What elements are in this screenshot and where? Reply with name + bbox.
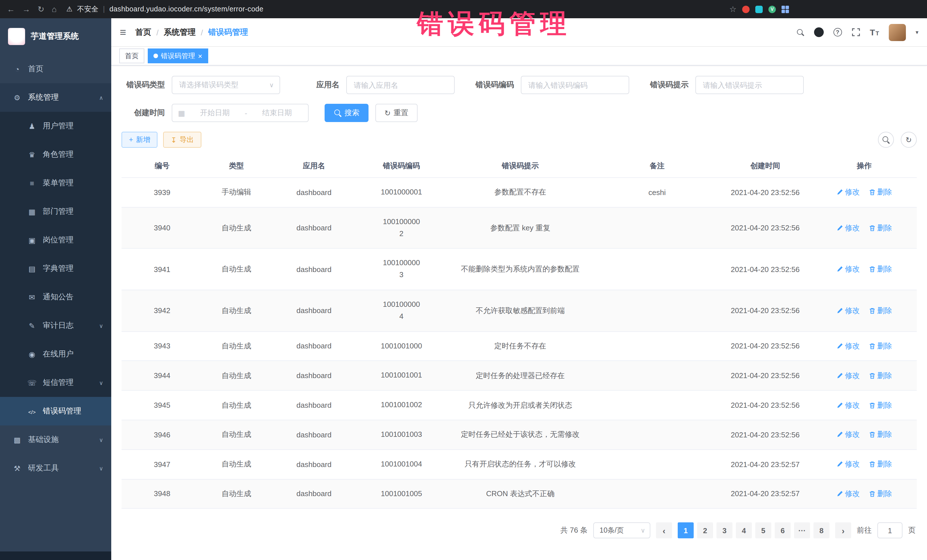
sidebar-item[interactable]: 基础设施 <box>0 425 111 454</box>
browser-back-icon[interactable]: ← <box>7 5 15 14</box>
vue-devtools-extension-icon[interactable]: V <box>768 5 776 13</box>
error-type-select[interactable]: 请选择错误码类型 ∨ <box>172 76 280 94</box>
notice-icon <box>26 293 38 301</box>
sidebar-item[interactable]: 菜单管理 <box>0 169 111 197</box>
table-row: 3946 自动生成 dashboard 1001001003 定时任务已经处于该… <box>122 420 917 450</box>
sidebar-item[interactable]: 字典管理 <box>0 254 111 283</box>
app-name-input[interactable] <box>346 76 454 94</box>
github-icon[interactable] <box>814 27 824 37</box>
page-button[interactable]: 8 <box>813 523 830 539</box>
view-tab[interactable]: 错误码管理 × <box>148 49 208 63</box>
view-tab[interactable]: 首页 × <box>119 49 144 63</box>
page-button[interactable]: 2 <box>697 523 713 539</box>
delete-button[interactable]: 删除 <box>869 264 892 274</box>
fullscreen-icon[interactable] <box>851 28 860 36</box>
page-button[interactable]: 1 <box>678 523 694 539</box>
reset-button[interactable]: ↻ 重置 <box>375 104 418 122</box>
hamburger-icon[interactable]: ≡ <box>120 26 126 38</box>
edit-button[interactable]: 修改 <box>836 223 860 233</box>
help-icon[interactable]: ? <box>833 28 842 36</box>
sidebar-item[interactable]: 审计日志 <box>0 311 111 340</box>
next-page-button[interactable]: › <box>835 523 851 539</box>
table-body: 3939 手动编辑 dashboard 1001000001 参数配置不存在 c… <box>122 178 917 509</box>
breadcrumb-item-system[interactable]: 系统管理 <box>164 27 196 37</box>
sidebar-item[interactable]: 角色管理 <box>0 140 111 169</box>
delete-button[interactable]: 删除 <box>869 400 892 410</box>
delete-label: 删除 <box>877 306 892 316</box>
edit-button[interactable]: 修改 <box>836 430 860 440</box>
browser-reload-icon[interactable]: ↻ <box>38 5 44 14</box>
breadcrumb-item-home[interactable]: 首页 <box>135 27 151 37</box>
edit-button[interactable]: 修改 <box>836 341 860 351</box>
tab-close-icon[interactable]: × <box>198 52 202 59</box>
delete-button[interactable]: 删除 <box>869 459 892 469</box>
delete-label: 删除 <box>877 400 892 410</box>
page-size-select[interactable]: 10条/页 ∨ <box>593 523 650 539</box>
edit-button[interactable]: 修改 <box>836 459 860 469</box>
search-button[interactable]: 搜索 <box>325 104 369 122</box>
delete-button[interactable]: 删除 <box>869 371 892 381</box>
sidebar-item[interactable]: 岗位管理 <box>0 226 111 254</box>
date-range-picker[interactable]: ▦ 开始日期 - 结束日期 <box>172 104 308 122</box>
pagination: 共 76 条 10条/页 ∨ ‹ 1 2 3 <box>122 509 917 539</box>
add-button[interactable]: + 新增 <box>122 132 158 148</box>
edit-button[interactable]: 修改 <box>836 371 860 381</box>
sidebar-item[interactable]: 在线用户 <box>0 340 111 369</box>
sidebar-item[interactable]: 部门管理 <box>0 197 111 226</box>
page-content: 错误码类型 请选择错误码类型 ∨ 应用名 错误码编码 <box>111 65 927 560</box>
sidebar-item[interactable]: 用户管理 <box>0 112 111 140</box>
delete-button[interactable]: 删除 <box>869 306 892 316</box>
address-bar[interactable]: ⚠ 不安全 | dashboard.yudao.iocoder.cn/syste… <box>66 4 263 14</box>
browser-home-icon[interactable]: ⌂ <box>52 5 56 14</box>
search-icon[interactable] <box>796 28 804 36</box>
font-size-icon[interactable] <box>870 28 879 36</box>
toggle-search-button[interactable] <box>878 132 894 148</box>
page-button[interactable]: 3 <box>716 523 732 539</box>
delete-button[interactable]: 删除 <box>869 341 892 351</box>
refresh-icon: ↻ <box>906 135 912 144</box>
sidebar-item[interactable]: 首页 <box>0 55 111 83</box>
column-header-code: 错误码编码 <box>358 155 445 178</box>
export-button[interactable]: ↧ 导出 <box>163 132 201 148</box>
extension-icon-teal[interactable] <box>755 5 763 13</box>
extension-icon-red[interactable] <box>742 5 749 13</box>
error-msg-input[interactable] <box>695 76 804 94</box>
error-code-input[interactable] <box>521 76 629 94</box>
page-button[interactable]: ··· <box>794 523 810 539</box>
edit-button[interactable]: 修改 <box>836 187 860 197</box>
filter-group-code: 错误码编码 <box>471 76 629 94</box>
sidebar-collapse-bar[interactable] <box>0 551 111 560</box>
extension-icon-grid[interactable] <box>781 5 927 13</box>
bookmark-star-icon[interactable]: ☆ <box>729 5 737 14</box>
user-avatar[interactable] <box>889 24 906 41</box>
delete-button[interactable]: 删除 <box>869 223 892 233</box>
sidebar-item[interactable]: 研发工具 <box>0 454 111 483</box>
sidebar-item[interactable]: 短信管理 <box>0 369 111 397</box>
security-label[interactable]: 不安全 <box>77 4 99 14</box>
delete-button[interactable]: 删除 <box>869 430 892 440</box>
delete-button[interactable]: 删除 <box>869 489 892 499</box>
column-header-time: 创建时间 <box>719 155 812 178</box>
page-button[interactable]: 4 <box>736 523 752 539</box>
page-button[interactable]: 5 <box>755 523 771 539</box>
browser-forward-icon[interactable]: → <box>22 5 30 14</box>
logo[interactable]: 芋道管理系统 <box>0 18 111 55</box>
cell-time: 2021-04-20 23:52:57 <box>719 450 812 479</box>
url-text[interactable]: dashboard.yudao.iocoder.cn/system/error-… <box>109 5 263 13</box>
edit-button[interactable]: 修改 <box>836 400 860 410</box>
sidebar-item[interactable]: 错误码管理 <box>0 397 111 425</box>
cell-msg: CRON 表达式不正确 <box>445 479 596 509</box>
page-button[interactable]: 6 <box>775 523 791 539</box>
caret-down-icon[interactable]: ▾ <box>916 29 918 35</box>
sidebar-item[interactable]: 系统管理 <box>0 83 111 112</box>
refresh-table-button[interactable]: ↻ <box>901 132 917 148</box>
goto-page-input[interactable] <box>877 523 903 539</box>
edit-button[interactable]: 修改 <box>836 489 860 499</box>
sidebar-item[interactable]: 通知公告 <box>0 283 111 311</box>
edit-button[interactable]: 修改 <box>836 306 860 316</box>
sidebar-item-label: 角色管理 <box>43 149 74 160</box>
cell-id: 3944 <box>122 361 202 391</box>
edit-button[interactable]: 修改 <box>836 264 860 274</box>
prev-page-button[interactable]: ‹ <box>656 523 672 539</box>
delete-button[interactable]: 删除 <box>869 187 892 197</box>
